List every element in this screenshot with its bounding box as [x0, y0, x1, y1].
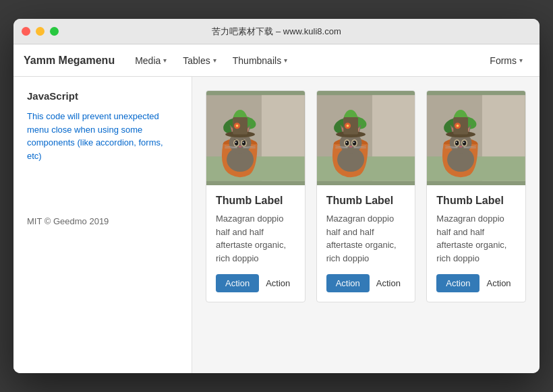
nav-item-tables[interactable]: Tables ▾ — [176, 51, 223, 70]
svg-point-45 — [345, 141, 349, 145]
main-content: Thumb Label Mazagran doppio half and hal… — [192, 77, 540, 373]
sidebar: JavaScript This code will prevent unexpe… — [13, 77, 192, 373]
action-primary-button-3[interactable]: Action — [436, 274, 479, 292]
thumb-image-1 — [206, 91, 305, 185]
thumb-actions-3: Action Action — [436, 274, 516, 292]
titlebar: 苦力吧素材下载 – www.kuli8.com — [13, 19, 540, 44]
thumb-actions-1: Action Action — [216, 274, 295, 292]
svg-point-48 — [353, 141, 354, 143]
svg-point-18 — [243, 141, 244, 143]
chevron-down-icon: ▾ — [519, 57, 523, 64]
thumb-desc-2: Mazagran doppio half and half aftertaste… — [326, 212, 406, 265]
thumb-label-3: Thumb Label — [436, 195, 516, 207]
window: 苦力吧素材下载 – www.kuli8.com Yamm Megamenu Me… — [13, 19, 540, 373]
svg-point-57 — [346, 125, 349, 127]
sidebar-title: JavaScript — [27, 90, 178, 102]
thumb-label-2: Thumb Label — [326, 195, 406, 207]
chevron-down-icon: ▾ — [213, 57, 216, 64]
nav-items: Media ▾ Tables ▾ Thumbnails ▾ Forms ▾ — [128, 51, 529, 70]
traffic-lights — [22, 27, 59, 36]
sidebar-description: This code will prevent unexpected menu c… — [27, 110, 178, 162]
svg-point-27 — [236, 125, 239, 127]
maximize-button[interactable] — [50, 27, 59, 36]
content-area: JavaScript This code will prevent unexpe… — [13, 77, 540, 373]
thumb-body-3: Thumb Label Mazagran doppio half and hal… — [427, 185, 525, 302]
nav-item-media[interactable]: Media ▾ — [128, 51, 173, 70]
svg-point-46 — [352, 141, 355, 145]
thumb-card-1: Thumb Label Mazagran doppio half and hal… — [206, 90, 305, 302]
svg-point-49 — [349, 145, 352, 148]
minimize-button[interactable] — [36, 27, 45, 36]
close-button[interactable] — [22, 27, 30, 36]
svg-point-73 — [455, 141, 459, 145]
thumb-image-3 — [427, 91, 525, 185]
thumb-body-2: Thumb Label Mazagran doppio half and hal… — [317, 185, 415, 302]
thumb-label-1: Thumb Label — [216, 195, 295, 207]
thumb-card-3: Thumb Label Mazagran doppio half and hal… — [426, 90, 526, 302]
svg-point-75 — [456, 141, 457, 143]
chevron-down-icon: ▾ — [163, 57, 167, 64]
svg-point-76 — [463, 141, 465, 143]
svg-point-77 — [459, 145, 463, 148]
svg-point-19 — [239, 145, 242, 148]
sidebar-footer: MIT © Geedmo 2019 — [27, 176, 178, 226]
thumb-body-1: Thumb Label Mazagran doppio half and hal… — [206, 185, 305, 302]
action-link-button-3[interactable]: Action — [486, 278, 511, 288]
svg-point-74 — [463, 141, 466, 145]
thumb-image-2 — [317, 91, 415, 185]
thumb-card-2: Thumb Label Mazagran doppio half and hal… — [316, 90, 416, 302]
navbar-brand[interactable]: Yamm Megamenu — [24, 55, 115, 67]
titlebar-text: 苦力吧素材下载 – www.kuli8.com — [212, 26, 341, 38]
svg-point-16 — [242, 141, 245, 145]
navbar: Yamm Megamenu Media ▾ Tables ▾ Thumbnail… — [13, 44, 540, 77]
svg-point-47 — [345, 141, 347, 143]
nav-item-thumbnails[interactable]: Thumbnails ▾ — [226, 51, 294, 70]
svg-point-15 — [235, 141, 238, 145]
chevron-down-icon: ▾ — [284, 57, 287, 64]
nav-item-forms[interactable]: Forms ▾ — [483, 51, 529, 70]
thumb-actions-2: Action Action — [326, 274, 406, 292]
thumb-desc-3: Mazagran doppio half and half aftertaste… — [436, 212, 516, 265]
action-link-button-2[interactable]: Action — [376, 278, 401, 288]
thumbnails-grid: Thumb Label Mazagran doppio half and hal… — [206, 90, 526, 302]
svg-point-85 — [457, 125, 459, 127]
thumb-desc-1: Mazagran doppio half and half aftertaste… — [216, 212, 295, 265]
action-primary-button-2[interactable]: Action — [326, 274, 370, 292]
svg-point-17 — [235, 141, 237, 143]
action-link-button-1[interactable]: Action — [266, 278, 290, 288]
action-primary-button-1[interactable]: Action — [216, 274, 259, 292]
